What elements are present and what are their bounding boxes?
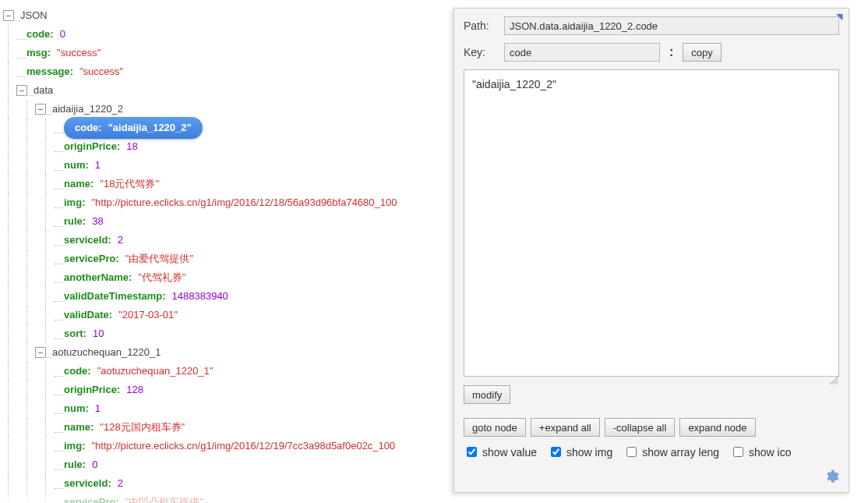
collapse-all-button[interactable]: -collapse all [605,418,676,437]
expand-node-button[interactable]: expand node [679,418,755,437]
copy-button[interactable]: copy [683,43,721,62]
path-label: Path: [464,19,498,32]
panel-corner-icon[interactable]: ◥ [836,12,842,22]
show-value-checkbox[interactable]: show value [464,445,537,459]
show-ico-checkbox[interactable]: show ico [730,445,791,459]
expand-all-button[interactable]: +expand all [531,418,600,437]
show-array-leng-checkbox[interactable]: show array leng [623,445,719,459]
key-input[interactable] [504,43,660,62]
node-label: data [34,81,53,100]
show-img-checkbox[interactable]: show img [548,445,612,459]
gear-icon[interactable] [824,469,839,484]
path-input[interactable] [504,16,839,35]
key-label: Key: [464,46,498,58]
node-label: JSON [20,6,48,25]
detail-panel: ◥ Path: Key: : copy modify goto node +ex… [453,8,849,493]
modify-button[interactable]: modify [464,385,510,404]
node-label: aotuzuchequan_1220_1 [52,343,161,362]
colon-separator: : [666,45,676,59]
node-label: aidaijia_1220_2 [52,100,123,119]
tree-leaf[interactable]: servicePro : "由凹凸租车提供" [3,493,865,503]
resize-grip-icon[interactable] [829,375,838,384]
goto-node-button[interactable]: goto node [464,418,526,437]
value-textarea[interactable] [464,69,839,377]
